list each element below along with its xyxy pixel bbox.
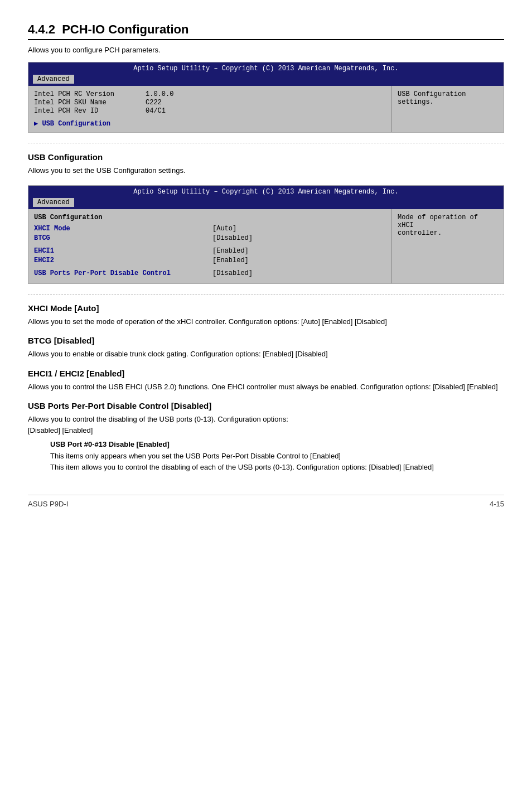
bios-screenshot-2: Aptio Setup Utility – Copyright (C) 2013… [28,185,504,284]
usb-ports-description1: Allows you to control the disabling of t… [28,414,504,425]
bios-tab-row-1: Advanced [28,75,504,86]
bios-body-2: USB Configuration XHCI Mode [Auto] BTCG … [28,209,504,283]
divider-2 [28,294,504,294]
usb-ports-title: USB Ports Per-Port Disable Control [Disa… [28,401,504,410]
section-description: Allows you to configure PCH parameters. [28,46,504,54]
usb-configuration-section: USB Configuration Allows you to set the … [28,152,504,176]
bios-screenshot-1: Aptio Setup Utility – Copyright (C) 2013… [28,62,504,133]
bios-setting-ehci2: EHCI2 [Enabled] [34,257,386,264]
bios-setting-usb-ports: USB Ports Per-Port Disable Control [Disa… [34,269,386,277]
bios-tab-advanced-2: Advanced [33,198,74,207]
bios-setting-xhci: XHCI Mode [Auto] [34,225,386,233]
bios-tab-advanced-1: Advanced [33,75,74,84]
bios-right-panel-2: Mode of operation of xHCIcontroller. [392,209,504,283]
usb-configuration-link-1[interactable]: ▶ USB Configuration [34,119,386,128]
bios-tab-row-2: Advanced [28,198,504,209]
bios-header-1: Aptio Setup Utility – Copyright (C) 2013… [28,62,504,75]
usb-ports-section: USB Ports Per-Port Disable Control [Disa… [28,401,504,472]
footer-left: ASUS P9D-I [28,500,68,508]
bios-left-panel-2: USB Configuration XHCI Mode [Auto] BTCG … [28,209,392,283]
bios-info-row-1: Intel PCH SKU Name C222 [34,99,386,107]
bios-info-row-2: Intel PCH Rev ID 04/C1 [34,107,386,115]
usb-port-subitem-title: USB Port #0-#13 Disable [Enabled] [50,440,504,448]
xhci-title: XHCI Mode [Auto] [28,303,504,313]
ehci-section: EHCI1 / EHCI2 [Enabled] Allows you to co… [28,369,504,393]
btcg-description: Allows you to enable or disable trunk cl… [28,349,504,360]
bios-usb-config-title: USB Configuration [34,214,386,221]
btcg-section: BTCG [Disabled] Allows you to enable or … [28,336,504,360]
bios-setting-ehci1: EHCI1 [Enabled] [34,247,386,255]
section-title: 4.4.2 PCH-IO Configuration [28,22,504,40]
usb-config-title: USB Configuration [28,152,504,162]
btcg-title: BTCG [Disabled] [28,336,504,345]
usb-port-subitem-line1: This items only appears when you set the… [50,451,504,462]
bios-setting-btcg: BTCG [Disabled] [34,234,386,242]
usb-port-subitem-line2: This item allows you to control the disa… [50,462,504,473]
divider-1 [28,143,504,143]
footer: ASUS P9D-I 4-15 [28,495,504,508]
bios-right-panel-1: USB Configurationsettings. [392,86,504,132]
usb-config-description: Allows you to set the USB Configuration … [28,165,504,176]
bios-info-row-0: Intel PCH RC Version 1.0.0.0 [34,90,386,98]
usb-port-subitem: USB Port #0-#13 Disable [Enabled] This i… [50,440,504,472]
ehci-title: EHCI1 / EHCI2 [Enabled] [28,369,504,378]
xhci-description: Allows you to set the mode of operation … [28,316,504,327]
bios-left-panel-1: Intel PCH RC Version 1.0.0.0 Intel PCH S… [28,86,392,132]
bios-header-2: Aptio Setup Utility – Copyright (C) 2013… [28,186,504,198]
footer-right: 4-15 [490,500,504,508]
bios-body-1: Intel PCH RC Version 1.0.0.0 Intel PCH S… [28,86,504,132]
ehci-description: Allows you to control the USB EHCI (USB … [28,381,504,393]
usb-ports-description2: [Disabled] [Enabled] [28,425,504,436]
xhci-section: XHCI Mode [Auto] Allows you to set the m… [28,303,504,327]
